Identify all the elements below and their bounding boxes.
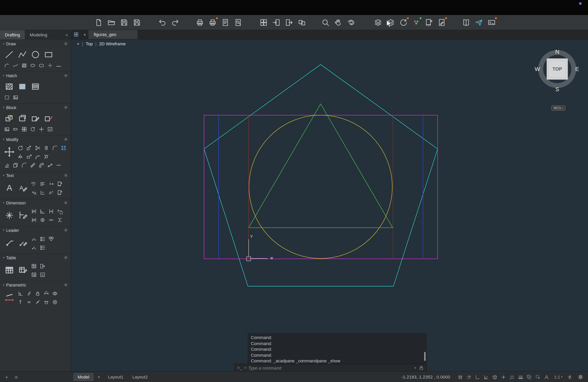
pdf-import-tool[interactable]: PDF <box>55 180 64 188</box>
pan-button[interactable] <box>334 18 343 27</box>
polyline-tool[interactable] <box>16 48 29 61</box>
gradient-tool[interactable] <box>29 80 42 93</box>
isometric-drafting-toggle[interactable] <box>491 373 499 381</box>
boundary-tool[interactable] <box>3 93 11 101</box>
annotation-scale-control[interactable]: 1:1 ▾ <box>554 375 562 379</box>
leader-edit-tool[interactable] <box>16 234 30 251</box>
open-folder-button[interactable] <box>106 18 116 27</box>
insert-block-tool[interactable] <box>3 112 16 125</box>
table-tool[interactable] <box>3 261 16 279</box>
perpendicular-tool[interactable] <box>16 289 25 297</box>
ucs-selector[interactable]: WCS ▾ <box>551 106 566 111</box>
viewcube-north[interactable]: N <box>555 49 559 55</box>
color-palette-button[interactable] <box>411 18 421 27</box>
copy-tool[interactable] <box>11 161 20 169</box>
tangent-tool[interactable] <box>42 298 51 306</box>
viewcube-south[interactable]: S <box>555 86 559 92</box>
panel-settings-button[interactable] <box>64 106 68 109</box>
viewcube-east[interactable]: E <box>575 66 579 72</box>
refresh-button[interactable] <box>399 18 408 27</box>
cell-insert-tool[interactable] <box>30 262 38 270</box>
dim-continue-tool[interactable] <box>30 216 38 224</box>
pdf-export-tool[interactable]: PDF <box>55 188 64 196</box>
new-file-button[interactable] <box>94 18 103 27</box>
palette-tab-modeling[interactable]: Modeling <box>25 30 52 39</box>
viewport-visual-style-control[interactable]: 2D Wireframe <box>99 42 126 46</box>
justify-tool[interactable] <box>38 180 47 188</box>
dim-break-tool[interactable] <box>47 207 55 215</box>
pentagon[interactable] <box>204 64 438 286</box>
transparency-toggle[interactable] <box>525 373 534 381</box>
tab-model[interactable]: Model <box>74 373 94 381</box>
collapse-palette-button[interactable]: « <box>63 30 71 39</box>
xline-tool[interactable] <box>54 61 63 69</box>
object-snap-toggle[interactable] <box>508 373 516 381</box>
ortho-mode-toggle[interactable] <box>474 373 482 381</box>
attribute-tool[interactable] <box>11 125 20 133</box>
dim-center-tool[interactable] <box>38 216 47 224</box>
vertical-tool[interactable] <box>16 298 25 306</box>
image-tool[interactable] <box>11 93 20 101</box>
rect-tool[interactable] <box>42 48 55 61</box>
recent-commands-caret[interactable]: ▾ <box>245 366 246 369</box>
chamfer-tool[interactable] <box>20 161 28 169</box>
mleader-remove-tool[interactable] <box>30 243 38 251</box>
insert-block-ref-button[interactable] <box>259 18 268 27</box>
spline-tool[interactable] <box>11 61 20 69</box>
panel-settings-button[interactable] <box>64 228 68 232</box>
plot-preview-button[interactable] <box>233 18 243 27</box>
fillet-tool[interactable] <box>51 144 59 152</box>
dim-quick-tool[interactable] <box>3 207 16 224</box>
text-align-tool[interactable]: A <box>38 188 47 196</box>
ellipse-tool[interactable] <box>29 61 37 69</box>
triangle[interactable] <box>249 104 393 228</box>
polar-tracking-toggle[interactable] <box>483 373 490 381</box>
chevron-down-icon[interactable]: ▾ <box>415 366 416 369</box>
circle-tool[interactable] <box>29 48 42 61</box>
dim-update-tool[interactable] <box>55 207 64 215</box>
mirror-tool[interactable] <box>16 152 25 160</box>
rectangle[interactable] <box>204 115 438 259</box>
dim-baseline-tool[interactable] <box>30 207 38 215</box>
round-rect-tool[interactable] <box>37 61 46 69</box>
undo-button[interactable] <box>158 18 167 27</box>
viewcube[interactable]: N W E S TOP <box>533 45 582 94</box>
rotate-tool[interactable] <box>16 144 25 152</box>
concentric-tool[interactable] <box>51 298 59 306</box>
annotation-visibility-toggle[interactable] <box>543 373 551 381</box>
snap-mode-toggle[interactable] <box>465 373 473 381</box>
import-text-tool[interactable]: A <box>47 180 55 188</box>
clip-tool[interactable] <box>42 144 51 152</box>
measure-tool[interactable] <box>29 161 37 169</box>
cell-merge-tool[interactable] <box>30 271 38 279</box>
lineweight-display-toggle[interactable] <box>517 373 525 381</box>
offset-tool[interactable] <box>33 152 42 160</box>
mleader-add-tool[interactable] <box>30 234 38 243</box>
trim-tool[interactable] <box>33 144 42 152</box>
tab-layout1[interactable]: Layout1 <box>104 374 127 381</box>
scale-text-tool[interactable]: AA <box>47 188 55 196</box>
create-block-tool[interactable] <box>16 112 29 125</box>
sheet-set-button[interactable] <box>461 18 471 27</box>
save-as-button[interactable] <box>132 18 141 27</box>
join-tool[interactable] <box>54 161 63 169</box>
move-tool[interactable] <box>3 143 16 161</box>
edit-block-tool[interactable] <box>29 112 42 125</box>
mtext-tool[interactable]: A <box>3 179 16 197</box>
leader-tool[interactable] <box>3 234 16 251</box>
erase-tool[interactable] <box>3 161 11 169</box>
layout-add-button[interactable]: + <box>95 374 103 381</box>
layer-states-button[interactable] <box>386 18 395 27</box>
set-base-tool[interactable] <box>37 125 46 133</box>
arc-tool[interactable] <box>3 61 11 69</box>
selection-cycling-toggle[interactable] <box>534 373 542 381</box>
attach-tool[interactable] <box>3 125 11 133</box>
redo-button[interactable] <box>170 18 180 27</box>
parallel-tool[interactable] <box>25 289 33 297</box>
table-edit-tool[interactable] <box>16 261 30 279</box>
zoom-window-button[interactable] <box>321 18 330 27</box>
auto-constrain-tool[interactable] <box>3 289 16 306</box>
panel-settings-button[interactable] <box>64 173 68 177</box>
markup-button[interactable] <box>437 18 446 27</box>
array-tool[interactable] <box>59 144 68 152</box>
